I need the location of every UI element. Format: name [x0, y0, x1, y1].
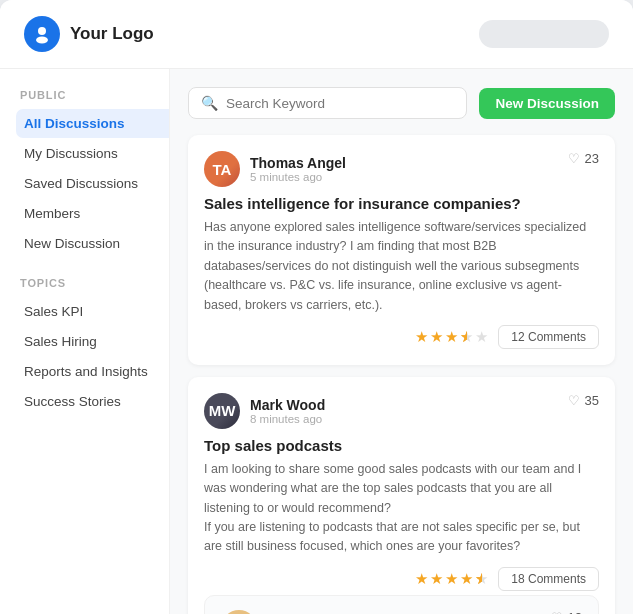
discussion-card-2: MW Mark Wood 8 minutes ago ♡ 35 Top sale…	[188, 377, 615, 614]
new-discussion-button[interactable]: New Discussion	[479, 88, 615, 119]
top-bar: 🔍 New Discussion	[188, 87, 615, 119]
header: Your Logo	[0, 0, 633, 69]
search-box[interactable]: 🔍	[188, 87, 467, 119]
comments-button-1[interactable]: 12 Comments	[498, 325, 599, 349]
author-area-2: MW Mark Wood 8 minutes ago	[204, 393, 325, 429]
sidebar-item-sales-hiring[interactable]: Sales Hiring	[16, 327, 169, 356]
card-body-1: Has anyone explored sales intelligence s…	[204, 218, 599, 315]
avatar-alex: AW	[221, 610, 257, 614]
sidebar-item-sales-kpi[interactable]: Sales KPI	[16, 297, 169, 326]
star-2-2: ★	[430, 570, 443, 588]
author-area-1: TA Thomas Angel 5 minutes ago	[204, 151, 346, 187]
app-window: Your Logo PUBLIC All Discussions My Disc…	[0, 0, 633, 614]
logo-text: Your Logo	[70, 24, 154, 44]
reply-like-count-1: 12	[568, 610, 582, 614]
star-2-4: ★	[460, 570, 473, 588]
star-1-4: ★★	[460, 328, 473, 346]
stars-1: ★ ★ ★ ★★ ★	[415, 328, 488, 346]
sidebar-item-my-discussions[interactable]: My Discussions	[16, 139, 169, 168]
stars-2: ★ ★ ★ ★ ★★	[415, 570, 488, 588]
card-footer-2: ★ ★ ★ ★ ★★ 18 Comments	[204, 567, 599, 591]
card-footer-1: ★ ★ ★ ★★ ★ 12 Comments	[204, 325, 599, 349]
heart-icon-2: ♡	[568, 393, 580, 408]
author-info-2: Mark Wood 8 minutes ago	[250, 397, 325, 425]
svg-point-0	[38, 27, 46, 35]
sidebar-item-reports-insights[interactable]: Reports and Insights	[16, 357, 169, 386]
sidebar-item-new-discussion[interactable]: New Discussion	[16, 229, 169, 258]
svg-point-1	[36, 37, 48, 44]
card-header-2: MW Mark Wood 8 minutes ago ♡ 35	[204, 393, 599, 429]
sidebar-item-members[interactable]: Members	[16, 199, 169, 228]
discussion-card-1: TA Thomas Angel 5 minutes ago ♡ 23 Sales…	[188, 135, 615, 365]
star-1-3: ★	[445, 328, 458, 346]
author-name-2: Mark Wood	[250, 397, 325, 413]
comments-button-2[interactable]: 18 Comments	[498, 567, 599, 591]
logo-icon	[24, 16, 60, 52]
reply-header-1: AW Alex Willey 15 minutes ago ♡ 12	[221, 610, 582, 614]
main-content: 🔍 New Discussion TA Thomas Angel 5 minut…	[170, 69, 633, 614]
star-1-2: ★	[430, 328, 443, 346]
author-name-1: Thomas Angel	[250, 155, 346, 171]
card-title-1: Sales intelligence for insurance compani…	[204, 195, 599, 212]
logo-area: Your Logo	[24, 16, 154, 52]
reply-like-area-1[interactable]: ♡ 12	[551, 610, 582, 614]
avatar-thomas: TA	[204, 151, 240, 187]
search-input[interactable]	[226, 96, 454, 111]
card-title-2: Top sales podcasts	[204, 437, 599, 454]
sidebar-item-all-discussions[interactable]: All Discussions	[16, 109, 169, 138]
reply-card-1: AW Alex Willey 15 minutes ago ♡ 12 He	[204, 595, 599, 614]
author-info-1: Thomas Angel 5 minutes ago	[250, 155, 346, 183]
sidebar-divider	[16, 259, 169, 277]
layout: PUBLIC All Discussions My Discussions Sa…	[0, 69, 633, 614]
star-2-3: ★	[445, 570, 458, 588]
public-section-label: PUBLIC	[16, 89, 169, 101]
reply-heart-icon-1: ♡	[551, 610, 563, 614]
sidebar-item-saved-discussions[interactable]: Saved Discussions	[16, 169, 169, 198]
star-1-5: ★	[475, 328, 488, 346]
reply-author-area-1: AW Alex Willey 15 minutes ago	[221, 610, 346, 614]
like-area-2[interactable]: ♡ 35	[568, 393, 599, 408]
star-1-1: ★	[415, 328, 428, 346]
like-count-1: 23	[585, 151, 599, 166]
sidebar-item-success-stories[interactable]: Success Stories	[16, 387, 169, 416]
author-time-1: 5 minutes ago	[250, 171, 346, 183]
card-header-1: TA Thomas Angel 5 minutes ago ♡ 23	[204, 151, 599, 187]
card-body-2: I am looking to share some good sales po…	[204, 460, 599, 557]
star-2-1: ★	[415, 570, 428, 588]
sidebar: PUBLIC All Discussions My Discussions Sa…	[0, 69, 170, 614]
topics-section-label: TOPICS	[16, 277, 169, 289]
star-2-5: ★★	[475, 570, 488, 588]
like-area-1[interactable]: ♡ 23	[568, 151, 599, 166]
author-time-2: 8 minutes ago	[250, 413, 325, 425]
search-icon: 🔍	[201, 95, 218, 111]
header-search-placeholder	[479, 20, 609, 48]
heart-icon-1: ♡	[568, 151, 580, 166]
like-count-2: 35	[585, 393, 599, 408]
avatar-mark: MW	[204, 393, 240, 429]
